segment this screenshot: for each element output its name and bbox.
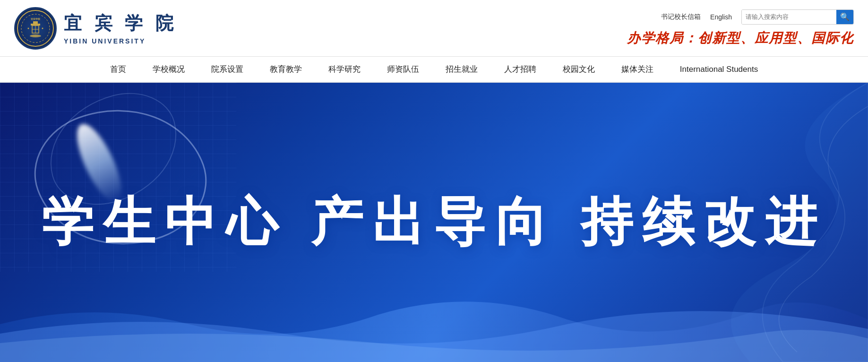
svg-point-9 — [28, 27, 29, 29]
nav-item-media[interactable]: 媒体关注 — [608, 56, 667, 82]
slogan: 办学格局：创新型、应用型、国际化 — [627, 29, 854, 47]
nav-item-faculty[interactable]: 师资队伍 — [374, 56, 432, 82]
header-top-links: 书记校长信箱 English 🔍 — [661, 9, 854, 25]
header-right: 书记校长信箱 English 🔍 办学格局：创新型、应用型、国际化 — [627, 9, 854, 47]
nav-item-research[interactable]: 科学研究 — [315, 56, 374, 82]
nav-item-about[interactable]: 学校概况 — [139, 56, 198, 82]
nav-item-home[interactable]: 首页 — [97, 56, 139, 82]
english-link[interactable]: English — [710, 13, 732, 21]
search-icon: 🔍 — [840, 12, 850, 21]
svg-rect-2 — [33, 21, 38, 24]
search-button[interactable]: 🔍 — [836, 10, 853, 24]
school-name-english: YIBIN UNIVERSITY — [64, 37, 177, 45]
nav-item-education[interactable]: 教育教学 — [257, 56, 315, 82]
university-logo: 宜宾学院 — [14, 7, 57, 50]
header: 宜宾学院 宜 宾 学 院 YIBIN UNIVERSITY 书记校长信箱 Eng… — [0, 0, 868, 57]
navbar: 首页学校概况院系设置教育教学科学研究师资队伍招生就业人才招聘校园文化媒体关注In… — [0, 57, 868, 83]
nav-item-culture[interactable]: 校园文化 — [550, 56, 608, 82]
nav-item-international[interactable]: International Students — [667, 56, 771, 82]
svg-text:宜宾学院: 宜宾学院 — [31, 17, 41, 20]
logo-inner: 宜宾学院 — [16, 9, 55, 48]
nav-item-departments[interactable]: 院系设置 — [198, 56, 257, 82]
svg-point-7 — [30, 34, 41, 37]
svg-point-10 — [42, 27, 43, 29]
banner: 学生中心 产出导向 持续改进 — [0, 83, 868, 362]
nav-item-recruitment[interactable]: 人才招聘 — [491, 56, 550, 82]
school-name-block: 宜 宾 学 院 YIBIN UNIVERSITY — [64, 11, 177, 45]
nav-item-enrollment[interactable]: 招生就业 — [432, 56, 491, 82]
search-container: 🔍 — [741, 9, 854, 25]
school-name-chinese: 宜 宾 学 院 — [64, 11, 177, 35]
search-input[interactable] — [742, 10, 836, 24]
banner-text-block: 学生中心 产出导向 持续改进 — [42, 187, 826, 258]
header-logo-area: 宜宾学院 宜 宾 学 院 YIBIN UNIVERSITY — [14, 7, 177, 50]
mailbox-link[interactable]: 书记校长信箱 — [661, 13, 701, 21]
banner-main-text: 学生中心 产出导向 持续改进 — [42, 187, 826, 258]
